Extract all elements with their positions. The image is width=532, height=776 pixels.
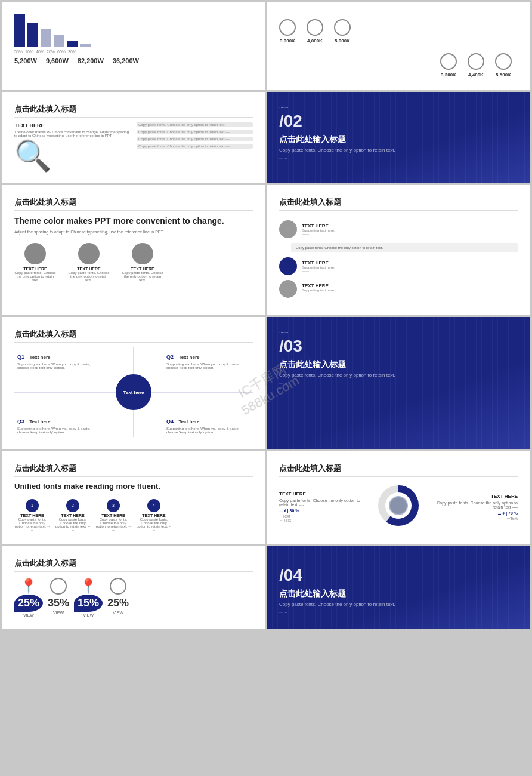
- magnifier-icon: 🔍: [14, 141, 131, 171]
- tl-item-2: 2 TEXT HERE Copy paste fonts. Choose the…: [55, 499, 91, 532]
- dark-content-8: ....... /03 点击此处输入标题 Copy paste fonts. C…: [279, 329, 518, 384]
- pin-1: 📍 25% VIEW: [14, 578, 43, 617]
- timeline-row: 1 TEXT HERE Copy paste fonts. Choose the…: [14, 499, 253, 532]
- main-grid: 55% 10% 40% 20% 60% 30% 5,200W 9,600W 82…: [0, 0, 532, 632]
- circle-row-1: TEXT HERE Supporting text here. ------: [279, 220, 518, 238]
- dark-content-4: ....... /02 点击此处输入标题 Copy paste fonts. C…: [279, 104, 518, 159]
- pin-icon-1: 📍: [14, 578, 43, 595]
- pin-icon-3: 📍: [74, 578, 103, 595]
- slide-1: 55% 10% 40% 20% 60% 30% 5,200W 9,600W 82…: [2, 2, 265, 90]
- circle-bot-3: 5,500K: [495, 53, 512, 78]
- donut-chart: [375, 482, 422, 529]
- slide-7: 点击此处填入标题 Q1 Text here Supporting text he…: [2, 317, 265, 449]
- bar-2: [27, 23, 38, 47]
- pin-2: 35% VIEW: [48, 578, 69, 617]
- donut-right: TEXT HERE Copy paste fonts. Choose the o…: [427, 494, 518, 521]
- text-lines: Copy paste fonts. Choose the only option…: [137, 122, 253, 171]
- bar-1: [14, 14, 25, 47]
- q4-box: Q4 Text here Supporting text here. When …: [166, 415, 250, 434]
- slide-5: 点击此处填入标题 Theme color makes PPT more conv…: [2, 185, 265, 315]
- bar-6: [80, 44, 91, 47]
- donut-svg-container: [375, 482, 422, 532]
- circle-bot-2: 4,400K: [468, 53, 484, 78]
- stat-1: 5,200W: [14, 57, 37, 64]
- slide-6: 点击此处填入标题 TEXT HERE Supporting text here.…: [267, 185, 530, 315]
- slide-12: ....... /04 点击此处输入标题 Copy paste fonts. C…: [267, 546, 530, 629]
- tl-item-3: 3 TEXT HERE Copy paste fonts. Choose the…: [95, 499, 131, 532]
- pin-3: 📍 15% VIEW: [74, 578, 103, 617]
- stat-2: 9,600W: [46, 57, 69, 64]
- search-left: TEXT HERE Theme color makes PPT more con…: [14, 122, 131, 171]
- tl-item-4: 4 TEXT HERE Copy paste fonts. Choose the…: [136, 499, 172, 532]
- slide7-title: 点击此处填入标题: [14, 329, 253, 343]
- slide-3: 点击此处填入标题 TEXT HERE Theme color makes PPT…: [2, 92, 265, 183]
- svg-point-5: [390, 497, 407, 514]
- circles-top: 3,000K 4,000K 5,000K: [279, 19, 518, 44]
- stat-4: 36,200W: [113, 57, 139, 64]
- pin-circle-2: [50, 578, 67, 595]
- icon-col-1: TEXT HERE Copy paste fonts. Choose the o…: [14, 243, 56, 282]
- slide10-title: 点击此处填入标题: [279, 463, 518, 477]
- q2-box: Q2 Text here Supporting text here. When …: [166, 350, 250, 369]
- slide-11: 点击此处填入标题 📍 25% VIEW 35% VIEW 📍 15% VIEW …: [2, 546, 265, 629]
- pins-row: 📍 25% VIEW 35% VIEW 📍 15% VIEW 25% VIEW: [14, 578, 253, 617]
- bar-5: [67, 41, 78, 47]
- donut-left: TEXT HERE Copy paste fonts. Choose the o…: [279, 491, 370, 522]
- dark-content-12: ....... /04 点击此处输入标题 Copy paste fonts. C…: [279, 558, 518, 614]
- slide6-list: TEXT HERE Supporting text here. ------ C…: [279, 215, 518, 303]
- stats-row: 5,200W 9,600W 82,200W 36,200W: [14, 57, 253, 64]
- circles-bottom: 3,300K 4,400K 5,500K: [279, 53, 518, 78]
- cloud-3: 3: [107, 499, 120, 512]
- stat-3: 82,200W: [78, 57, 104, 64]
- cloud-1: 1: [26, 499, 39, 512]
- slide9-title: 点击此处填入标题: [14, 463, 253, 477]
- pin-4: 25% VIEW: [107, 578, 129, 617]
- bar-4: [54, 35, 64, 47]
- circle-top-2: 4,000K: [307, 19, 323, 44]
- slide3-title: 点击此处填入标题: [14, 104, 253, 118]
- slide6-title: 点击此处填入标题: [279, 197, 518, 211]
- q3-box: Q3 Text here Supporting text here. When …: [17, 415, 101, 434]
- circle-top-3: 5,000K: [334, 19, 351, 44]
- slide-9: 点击此处填入标题 Unified fonts make reading more…: [2, 451, 265, 544]
- icon-col-2: TEXT HERE Copy paste fonts. Choose the o…: [68, 243, 110, 282]
- cloud-4: 4: [147, 499, 160, 512]
- slide5-title: 点击此处填入标题: [14, 197, 253, 211]
- donut-layout: TEXT HERE Copy paste fonts. Choose the o…: [279, 482, 518, 532]
- pin-circle-4: [110, 578, 126, 595]
- tl-item-1: 1 TEXT HERE Copy paste fonts. Choose the…: [14, 499, 50, 532]
- circle-bot-1: 3,300K: [440, 53, 457, 78]
- icon-col-3: TEXT HERE Copy paste fonts. Choose the o…: [122, 243, 163, 282]
- bar-labels: 55% 10% 40% 20% 60% 30%: [14, 50, 253, 54]
- side-text-1: Copy paste fonts. Choose the only option…: [291, 243, 518, 252]
- slide11-title: 点击此处填入标题: [14, 558, 253, 572]
- search-area: TEXT HERE Theme color makes PPT more con…: [14, 122, 253, 171]
- slide-4: ....... /02 点击此处输入标题 Copy paste fonts. C…: [267, 92, 530, 183]
- icon-row-5: TEXT HERE Copy paste fonts. Choose the o…: [14, 243, 253, 282]
- q-diagram: Q1 Text here Supporting text here. When …: [14, 347, 253, 437]
- slide-2: 3,000K 4,000K 5,000K 3,300K: [267, 2, 530, 90]
- cloud-2: 2: [66, 499, 79, 512]
- center-circle: Text here: [116, 374, 151, 410]
- slide-8: ....... /03 点击此处输入标题 Copy paste fonts. C…: [267, 317, 530, 449]
- slide-10: 点击此处填入标题 TEXT HERE Copy paste fonts. Cho…: [267, 451, 530, 544]
- bar-3: [41, 29, 51, 47]
- circle-row-3: TEXT HERE Supporting text here. ------: [279, 280, 518, 298]
- slide5-left: Theme color makes PPT more convenient to…: [14, 215, 253, 234]
- circle-top-1: 3,000K: [279, 19, 296, 44]
- slide6-layout: TEXT HERE Supporting text here. ------ C…: [279, 215, 518, 303]
- q1-box: Q1 Text here Supporting text here. When …: [17, 350, 101, 369]
- bar-chart: [14, 14, 253, 47]
- circle-row-2: TEXT HERE Supporting text here. ------: [279, 257, 518, 275]
